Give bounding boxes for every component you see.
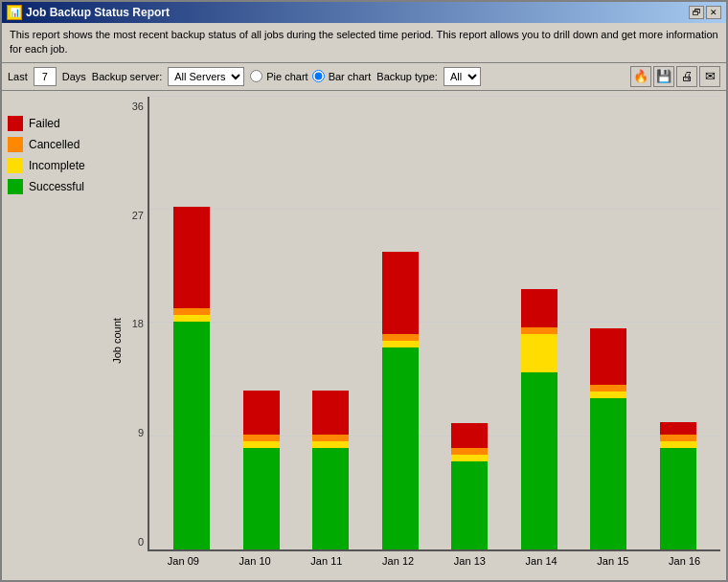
bar-successful-1 [243,448,280,549]
title-bar: 📊 Job Backup Status Report 🗗 ✕ [2,2,726,23]
legend-color-successful [8,179,23,194]
toolbar-right: 🔥 💾 🖨 ✉ [630,66,720,87]
bar-successful-4 [451,461,488,549]
bar-incomplete-7 [660,441,696,448]
y-label-36: 36 [113,101,148,112]
bar-group-6[interactable] [590,328,626,549]
backup-type-select[interactable]: All [444,67,481,86]
chart-type-radio-group: Pie chart Bar chart [250,70,371,82]
last-label: Last [8,71,28,82]
report-description: This report shows the most recent backup… [2,23,726,62]
refresh-button[interactable]: 🔥 [630,66,651,87]
main-content: Failed Cancelled Incomplete Successful J… [2,91,726,580]
bar-failed-2 [312,391,349,435]
legend-label-successful: Successful [29,180,84,193]
window-icon: 📊 [7,5,22,20]
title-bar-left: 📊 Job Backup Status Report [7,5,170,20]
bar-failed-7 [660,422,696,435]
x-label-6: Jan 15 [595,555,631,574]
bar-group-7[interactable] [660,422,696,549]
bar-successful-2 [312,448,349,549]
y-label-0: 0 [113,536,148,548]
backup-server-select[interactable]: All Servers [168,67,244,86]
x-label-1: Jan 10 [237,555,273,574]
bar-group-0[interactable] [173,207,210,549]
bar-incomplete-5 [521,334,557,372]
bar-group-5[interactable] [521,289,557,549]
bar-successful-6 [590,398,626,549]
bar-incomplete-4 [451,455,488,461]
window-title: Job Backup Status Report [26,6,170,19]
pie-chart-label: Pie chart [266,71,307,82]
pie-chart-radio[interactable] [250,70,262,82]
save-button[interactable]: 💾 [653,66,674,87]
bar-cancelled-0 [173,308,210,315]
bar-incomplete-1 [243,441,280,448]
x-label-4: Jan 13 [451,555,488,574]
bar-failed-6 [590,328,626,385]
legend-color-cancelled [8,137,23,152]
y-label-9: 9 [113,427,148,438]
title-controls: 🗗 ✕ [689,6,721,19]
print-button[interactable]: 🖨 [676,66,697,87]
backup-type-label: Backup type: [376,71,438,82]
bar-failed-3 [382,252,419,334]
bar-group-1[interactable] [243,391,280,549]
y-axis: Job count 36 27 18 9 0 [113,97,148,574]
x-label-3: Jan 12 [380,555,417,574]
bar-cancelled-1 [243,435,280,441]
bar-cancelled-4 [451,448,488,455]
bar-successful-3 [382,347,419,549]
bar-failed-5 [521,289,557,327]
main-window: 📊 Job Backup Status Report 🗗 ✕ This repo… [0,0,728,582]
bar-group-4[interactable] [451,423,488,549]
x-label-2: Jan 11 [308,555,345,574]
legend-color-incomplete [8,158,23,173]
legend-item-incomplete: Incomplete [8,158,113,173]
restore-button[interactable]: 🗗 [689,6,704,19]
toolbar: Last Days Backup server: All Servers Pie… [2,62,726,91]
legend-label-failed: Failed [29,117,60,130]
bar-cancelled-7 [660,435,696,441]
bar-cancelled-5 [521,327,557,334]
legend-label-incomplete: Incomplete [29,159,85,172]
bar-incomplete-0 [173,315,210,322]
bar-successful-0 [173,322,210,549]
legend-label-cancelled: Cancelled [29,138,80,151]
bar-group-2[interactable] [312,391,349,549]
bar-group-3[interactable] [382,252,419,549]
chart-area: Job count 36 27 18 9 0 Jan 09Jan 10Jan 1… [113,97,720,574]
bar-failed-0 [173,207,210,308]
legend-item-failed: Failed [8,116,113,131]
y-axis-title: Job count [111,319,123,365]
close-button[interactable]: ✕ [706,6,721,19]
bar-cancelled-6 [590,385,626,392]
bar-incomplete-6 [590,392,626,398]
legend-color-failed [8,116,23,131]
chart-legend: Failed Cancelled Incomplete Successful [8,97,113,574]
bar-failed-4 [451,423,488,448]
days-input[interactable] [34,67,57,86]
bar-chart-radio[interactable] [312,70,325,82]
chart-container: Job count 36 27 18 9 0 Jan 09Jan 10Jan 1… [113,97,720,574]
email-button[interactable]: ✉ [699,66,720,87]
bar-successful-7 [660,448,696,549]
bar-incomplete-2 [312,441,349,448]
x-labels: Jan 09Jan 10Jan 11Jan 12Jan 13Jan 14Jan … [148,551,720,574]
y-label-27: 27 [113,210,148,221]
backup-server-label: Backup server: [92,71,162,82]
bars-container [149,97,720,549]
bar-incomplete-3 [382,341,419,347]
x-label-7: Jan 16 [667,555,703,574]
legend-item-cancelled: Cancelled [8,137,113,152]
x-label-5: Jan 14 [523,555,559,574]
bar-chart-label: Bar chart [329,71,372,82]
chart-plot [148,97,720,551]
plot-and-x: Jan 09Jan 10Jan 11Jan 12Jan 13Jan 14Jan … [148,97,720,574]
bar-cancelled-2 [312,435,349,441]
bar-successful-5 [521,372,557,549]
legend-item-successful: Successful [8,179,113,194]
bar-failed-1 [243,391,280,435]
x-label-0: Jan 09 [165,555,201,574]
days-label: Days [62,71,86,82]
